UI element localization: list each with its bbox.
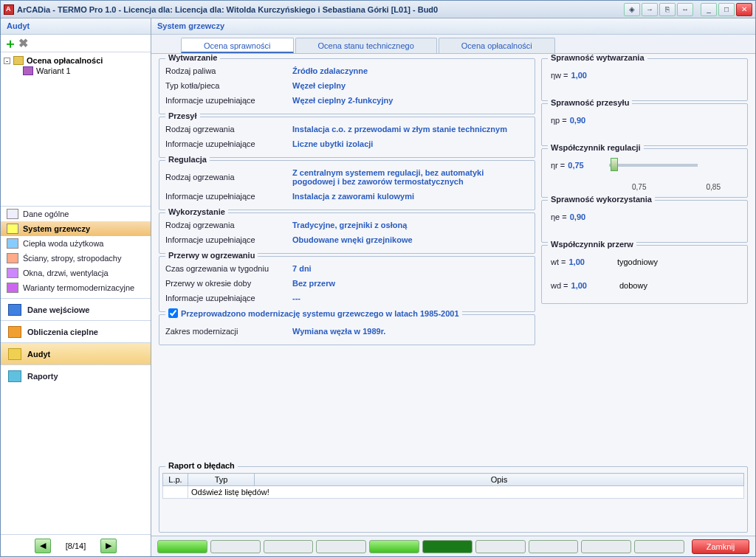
prev-button[interactable]: ◀ bbox=[35, 539, 51, 553]
status-seg-9[interactable] bbox=[581, 540, 631, 553]
tabs: Ocena sprawności Ocena stanu techniczneg… bbox=[151, 35, 755, 54]
status-seg-4[interactable] bbox=[316, 540, 366, 553]
group-eff-reg: Współczynnik regulacji ηr =0,75 0,750,85 bbox=[541, 148, 748, 198]
val-przerwy-doba[interactable]: Bez przerw bbox=[292, 279, 529, 288]
left-panel: Audyt ＋ ✖ - Ocena opłacalności Wariant 1… bbox=[1, 18, 151, 556]
val-info-przesyl[interactable]: Liczne ubytki izolacji bbox=[292, 139, 529, 148]
collapse-icon[interactable]: - bbox=[4, 58, 10, 64]
legend-modern: Przeprowadzono modernizację systemu grze… bbox=[181, 309, 459, 318]
tree-root-label: Ocena opłacalności bbox=[27, 56, 103, 65]
group-przerwy: Przerwy w ogrzewaniu Czas ogrzewania w t… bbox=[159, 256, 535, 312]
legend-przesyl: Przesył bbox=[165, 111, 200, 120]
status-seg-10[interactable] bbox=[634, 540, 684, 553]
tree-toolbar: ＋ ✖ bbox=[1, 35, 151, 52]
table-row[interactable]: Odśwież listę błędów! bbox=[163, 486, 744, 499]
group-eff-wytw: Sprawność wytwarzania ηw =1,00 bbox=[541, 58, 748, 101]
minimize-button[interactable]: _ bbox=[701, 3, 717, 16]
close-button[interactable]: ✕ bbox=[736, 3, 752, 16]
pager: ◀ [8/14] ▶ bbox=[1, 534, 151, 556]
app-icon bbox=[4, 4, 14, 15]
val-wt[interactable]: 1,00 bbox=[568, 257, 584, 266]
val-eta-p[interactable]: 0,90 bbox=[570, 116, 585, 125]
legend-wytwarzanie: Wytwarzanie bbox=[165, 54, 220, 62]
nav-small-list: Dane ogólne System grzewczy Ciepła woda … bbox=[1, 206, 151, 295]
col-lp[interactable]: L.p. bbox=[163, 474, 188, 486]
zamknij-button[interactable]: Zamknij bbox=[692, 539, 749, 554]
checkbox-modernizacja[interactable] bbox=[168, 308, 178, 318]
error-panel: Raport o błędach L.p. Typ Opis Odśwież l… bbox=[159, 466, 748, 533]
left-header: Audyt bbox=[1, 18, 151, 35]
page-indicator: [8/14] bbox=[66, 542, 86, 550]
status-seg-1[interactable] bbox=[157, 540, 207, 553]
group-eff-prz: Współczynnik przerw wt =1,00tygodniowy w… bbox=[541, 245, 748, 304]
app-window: ArCADia - TERMO Pro 1.0 - Licencja dla: … bbox=[0, 0, 756, 557]
group-wykorzystanie: Wykorzystanie Rodzaj ogrzewaniaTradycyjn… bbox=[159, 212, 535, 254]
status-seg-7[interactable] bbox=[475, 540, 526, 553]
nav-warianty[interactable]: Warianty termomodernizacyjne bbox=[1, 280, 151, 295]
next-button[interactable]: ▶ bbox=[100, 539, 117, 553]
status-seg-6[interactable] bbox=[422, 540, 472, 553]
col-typ[interactable]: Typ bbox=[188, 474, 255, 486]
titlebar-btn-3[interactable]: ⎘ bbox=[659, 3, 676, 16]
col-opis[interactable]: Opis bbox=[255, 474, 744, 486]
nav-system-grzewczy[interactable]: System grzewczy bbox=[1, 221, 151, 236]
val-rodzaj-wyk[interactable]: Tradycyjne, grzejniki z osłoną bbox=[292, 221, 529, 229]
nav-dane-ogolne[interactable]: Dane ogólne bbox=[1, 207, 151, 221]
nav-dane-wejsciowe[interactable]: Dane wejściowe bbox=[1, 298, 151, 320]
val-info-przerwy[interactable]: --- bbox=[292, 294, 529, 302]
val-rodzaj-reg[interactable]: Z centralnym systemem regulacji, bez aut… bbox=[292, 168, 529, 186]
tab-ocena-sprawnosci[interactable]: Ocena sprawności bbox=[181, 38, 294, 53]
val-info-reg[interactable]: Instalacja z zaworami kulowymi bbox=[292, 192, 529, 201]
tree-item-wariant1[interactable]: Wariant 1 bbox=[4, 66, 148, 76]
val-wd[interactable]: 1,00 bbox=[571, 281, 587, 290]
right-panel: System grzewczy Ocena sprawności Ocena s… bbox=[151, 18, 755, 556]
titlebar: ArCADia - TERMO Pro 1.0 - Licencja dla: … bbox=[1, 1, 755, 18]
legend-przerwy: Przerwy w ogrzewaniu bbox=[165, 251, 258, 260]
add-icon[interactable]: ＋ bbox=[4, 35, 17, 52]
group-modernizacja: Przeprowadzono modernizację systemu grze… bbox=[159, 314, 535, 345]
val-czas-ogrz[interactable]: 7 dni bbox=[292, 264, 529, 273]
nav-obliczenia[interactable]: Obliczenia cieplne bbox=[1, 320, 151, 342]
error-msg: Odśwież listę błędów! bbox=[188, 486, 744, 499]
group-eff-przes: Sprawność przesyłu ηp =0,90 bbox=[541, 103, 748, 146]
slider-thumb[interactable] bbox=[611, 158, 618, 171]
legend-wykorzystanie: Wykorzystanie bbox=[165, 207, 228, 216]
content-area: Wytwarzanie Rodzaj paliwaŹródło zdalaczy… bbox=[151, 54, 755, 463]
val-typ-kotla[interactable]: Węzeł cieplny bbox=[292, 81, 529, 90]
tab-ocena-oplacalnosci[interactable]: Ocena opłacalności bbox=[439, 38, 555, 53]
val-zakres-modern[interactable]: Wymiana węzła w 1989r. bbox=[292, 327, 529, 336]
nav-sciany[interactable]: Ściany, stropy, stropodachy bbox=[1, 251, 151, 266]
titlebar-text: ArCADia - TERMO Pro 1.0 - Licencja dla: … bbox=[17, 5, 624, 14]
val-info-wyk[interactable]: Obudowane wnęki grzejnikowe bbox=[292, 235, 529, 244]
variant-icon bbox=[23, 66, 33, 75]
right-header: System grzewczy bbox=[151, 18, 755, 35]
nav-okna[interactable]: Okna, drzwi, wentylacja bbox=[1, 266, 151, 280]
tab-ocena-stanu[interactable]: Ocena stanu technicznego bbox=[295, 38, 437, 53]
nav-cwu[interactable]: Ciepła woda użytkowa bbox=[1, 236, 151, 251]
delete-icon[interactable]: ✖ bbox=[18, 36, 28, 50]
titlebar-btn-2[interactable]: → bbox=[642, 3, 658, 16]
slider-eta-r[interactable] bbox=[609, 164, 698, 167]
val-rodzaj-paliwa[interactable]: Źródło zdalaczynne bbox=[292, 66, 529, 75]
val-info-wytw[interactable]: Węzeł cieplny 2-funkcyjny bbox=[292, 96, 529, 105]
statusbar: Zamknij bbox=[151, 536, 755, 556]
tree-child-label: Wariant 1 bbox=[36, 66, 71, 75]
nav-raporty[interactable]: Raporty bbox=[1, 364, 151, 387]
maximize-button[interactable]: □ bbox=[718, 3, 735, 16]
status-seg-3[interactable] bbox=[264, 540, 314, 553]
legend-regulacja: Regulacja bbox=[165, 155, 210, 164]
group-wytwarzanie: Wytwarzanie Rodzaj paliwaŹródło zdalaczy… bbox=[159, 58, 535, 114]
status-seg-2[interactable] bbox=[210, 540, 261, 553]
titlebar-btn-4[interactable]: ↔ bbox=[677, 3, 693, 16]
val-eta-w[interactable]: 1,00 bbox=[571, 71, 587, 80]
status-seg-5[interactable] bbox=[369, 540, 419, 553]
titlebar-buttons: ◈ → ⎘ ↔ _ □ ✕ bbox=[624, 3, 752, 16]
val-eta-r[interactable]: 0,75 bbox=[568, 161, 583, 170]
titlebar-btn-1[interactable]: ◈ bbox=[624, 3, 640, 16]
val-eta-e[interactable]: 0,90 bbox=[570, 212, 585, 221]
group-eff-wyk: Sprawność wykorzystania ηe =0,90 bbox=[541, 200, 748, 243]
status-seg-8[interactable] bbox=[529, 540, 579, 553]
tree-root[interactable]: - Ocena opłacalności bbox=[4, 55, 148, 66]
val-rodzaj-przesyl[interactable]: Instalacja c.o. z przewodami w złym stan… bbox=[292, 125, 529, 134]
nav-audyt[interactable]: Audyt bbox=[1, 342, 151, 364]
